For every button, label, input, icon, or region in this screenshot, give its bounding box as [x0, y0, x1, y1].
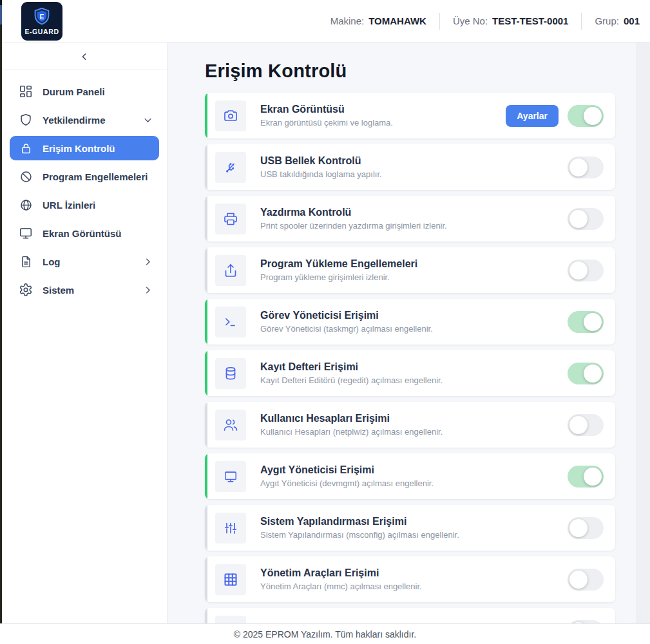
sidebar: Durum PaneliYetkilendirmeErişim Kontrolü…: [2, 43, 167, 623]
toggle-knob: [584, 365, 602, 383]
toggle-switch[interactable]: [568, 363, 604, 384]
sidebar-item-sistem[interactable]: Sistem: [10, 278, 159, 302]
toggle-knob: [569, 519, 588, 537]
toggle-switch[interactable]: [568, 466, 604, 488]
users-icon: [215, 410, 246, 440]
setting-card-yazd-rma-kontrol: Yazdırma KontrolüPrint spooler üzerinden…: [205, 196, 615, 242]
chevron-down-icon: [143, 115, 153, 125]
sidebar-item-label: Durum Paneli: [43, 86, 105, 97]
ban-icon: [19, 169, 33, 184]
machine-value: TOMAHAWK: [368, 15, 426, 26]
svg-text:E: E: [40, 14, 44, 21]
window-edge-strip: [0, 0, 2, 644]
top-header: E E-GUARD Makine:TOMAHAWK Üye No:TEST-TE…: [2, 0, 650, 43]
toggle-switch[interactable]: [568, 260, 604, 281]
database-icon: [215, 358, 246, 389]
app-window: E E-GUARD Makine:TOMAHAWK Üye No:TEST-TE…: [0, 0, 650, 644]
settings-button[interactable]: Ayarlar: [506, 105, 559, 127]
sidebar-item-yetkilendirme[interactable]: Yetkilendirme: [10, 108, 159, 132]
card-description: Yönetim Araçları (mmc) açılması engellen…: [260, 582, 422, 591]
sidebar-item-ekran-g-r-nt-s[interactable]: Ekran Görüntüsü: [10, 221, 159, 245]
toggle-knob: [584, 107, 602, 125]
card-title: Kullanıcı Hesapları Erişimi: [260, 413, 443, 424]
toggle-switch[interactable]: [568, 156, 604, 178]
toggle-switch[interactable]: [568, 105, 604, 127]
toggle-knob: [584, 468, 602, 486]
toggle-switch[interactable]: [568, 311, 604, 333]
setting-card-ekran-g-r-nt-s: Ekran GörüntüsüEkran görüntüsü çekimi ve…: [205, 93, 615, 138]
setting-card-usb-bellek-kontrol: USB Bellek KontrolüUSB takıldığında logl…: [205, 144, 615, 190]
chevron-right-icon: [143, 257, 153, 267]
sidebar-item-program-engellemeleri[interactable]: Program Engellemeleri: [10, 164, 159, 189]
toggle-knob: [569, 210, 588, 228]
card-title: Yazdırma Kontrolü: [260, 207, 447, 218]
group-info: Grup:001: [595, 15, 640, 26]
card-text: Kullanıcı Hesapları ErişimiKullanıcı Hes…: [260, 413, 443, 437]
member-info: Üye No:TEST-TEST-0001: [453, 15, 569, 26]
setting-card-kullan-c-hesaplar-eri-imi: Kullanıcı Hesapları ErişimiKullanıcı Hes…: [205, 402, 615, 448]
footer: © 2025 EPROM Yazılım. Tüm hakları saklıd…: [0, 623, 650, 644]
shield-logo-icon: E: [32, 6, 52, 27]
card-title: Yönetim Araçları Erişimi: [260, 567, 422, 579]
sidebar-item-label: Sistem: [43, 285, 74, 296]
toggle-switch[interactable]: [568, 569, 604, 591]
card-text: USB Bellek KontrolüUSB takıldığında logl…: [260, 155, 382, 179]
member-label: Üye No:: [453, 15, 488, 26]
card-title: Sistem Yapılandırması Erişimi: [260, 516, 459, 527]
page-title: Erişim Kontrolü: [205, 61, 615, 82]
card-text: Program Yükleme EngellemeleriProgram yük…: [260, 258, 417, 282]
card-title: USB Bellek Kontrolü: [260, 155, 382, 167]
grid-icon: [215, 564, 246, 595]
upload-icon: [215, 255, 246, 286]
card-controls: [568, 156, 604, 178]
sidebar-item-eri-im-kontrol[interactable]: Erişim Kontrolü: [10, 136, 159, 160]
card-description: Aygıt Yöneticisi (devmgmt) açılması enge…: [260, 478, 434, 488]
sidebar-item-durum-paneli[interactable]: Durum Paneli: [10, 79, 159, 104]
card-title: Program Yükleme Engellemeleri: [260, 258, 417, 270]
card-title: Kayıt Defteri Erişimi: [260, 361, 443, 373]
card-controls: [568, 311, 604, 333]
lock-icon: [19, 141, 33, 155]
sidebar-collapse-button[interactable]: [2, 43, 167, 70]
card-controls: [568, 260, 604, 281]
monitor-icon: [19, 226, 33, 240]
sidebar-item-label: URL İzinleri: [43, 200, 95, 211]
sidebar-item-url-i-zinleri[interactable]: URL İzinleri: [10, 193, 159, 217]
sidebar-item-label: Ekran Görüntüsü: [43, 228, 122, 239]
scrollbar-track[interactable]: [636, 43, 650, 623]
card-controls: [568, 208, 604, 230]
eguard-logo: E E-GUARD: [21, 2, 62, 41]
settings-card-list: Ekran GörüntüsüEkran görüntüsü çekimi ve…: [205, 93, 615, 623]
card-title: Ekran Görüntüsü: [260, 104, 393, 115]
card-title: Aygıt Yöneticisi Erişimi: [260, 464, 434, 476]
copyright-text: © 2025 EPROM Yazılım. Tüm hakları saklıd…: [234, 629, 416, 639]
sidebar-nav: Durum PaneliYetkilendirmeErişim Kontrolü…: [2, 70, 167, 302]
setting-card-ayarlar-eri-imi: Ayarlar Erişimi: [205, 608, 615, 623]
globe-icon: [19, 198, 33, 212]
logo-brand-text: E-GUARD: [24, 28, 59, 35]
card-controls: [568, 414, 604, 436]
header-divider: [581, 13, 582, 30]
machine-label: Makine:: [330, 15, 365, 26]
toggle-knob: [569, 416, 588, 434]
sidebar-item-label: Program Engellemeleri: [43, 171, 148, 182]
card-description: Print spooler üzerinden yazdırma girişim…: [260, 221, 447, 231]
toggle-knob: [569, 158, 588, 176]
terminal-icon: [215, 307, 246, 337]
sidebar-item-log[interactable]: Log: [10, 249, 159, 274]
group-value: 001: [624, 15, 640, 26]
sidebar-item-label: Erişim Kontrolü: [43, 143, 115, 154]
content-area: Erişim Kontrolü Ekran GörüntüsüEkran gör…: [167, 43, 650, 623]
sliders-icon: [215, 513, 246, 544]
chevron-left-icon: [79, 52, 90, 62]
toggle-switch[interactable]: [568, 208, 604, 230]
sidebar-item-label: Log: [43, 256, 61, 267]
card-description: Ekran görüntüsü çekimi ve loglama.: [260, 118, 393, 128]
printer-icon: [215, 204, 246, 234]
card-description: Sistem Yapılandırması (msconfig) açılmas…: [260, 530, 459, 540]
setting-card-program-y-kleme-engellemeleri: Program Yükleme EngellemeleriProgram yük…: [205, 247, 615, 293]
toggle-switch[interactable]: [568, 414, 604, 436]
setting-card-kay-t-defteri-eri-imi: Kayıt Defteri ErişimiKayıt Defteri Editö…: [205, 350, 615, 396]
toggle-switch[interactable]: [568, 517, 604, 539]
machine-info: Makine:TOMAHAWK: [330, 15, 426, 26]
